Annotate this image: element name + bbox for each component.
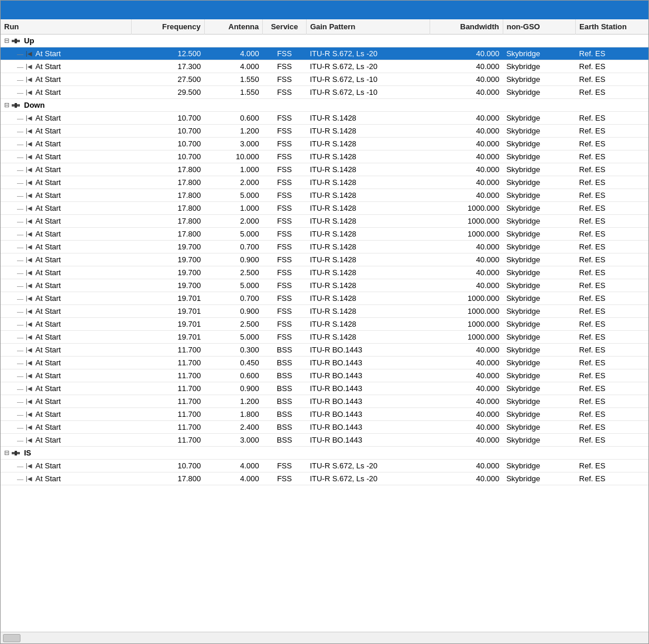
non-gso-cell: Skybridge bbox=[503, 228, 575, 241]
table-row[interactable]: —|◀At Start11.7000.900BSSITU-R BO.144340… bbox=[1, 382, 648, 395]
service-cell: BSS bbox=[263, 344, 307, 357]
table-row[interactable]: —|◀At Start19.7002.500FSSITU-R S.142840.… bbox=[1, 266, 648, 279]
run-cell: ⊟IS bbox=[1, 447, 132, 460]
service-cell: FSS bbox=[263, 176, 307, 189]
non-gso-cell bbox=[503, 99, 575, 112]
service-cell bbox=[263, 99, 307, 112]
table-row[interactable]: —|◀At Start11.7000.300BSSITU-R BO.144340… bbox=[1, 344, 648, 357]
play-icon: |◀ bbox=[26, 153, 32, 160]
run-cell: ⊟Down bbox=[1, 99, 132, 112]
group-row[interactable]: ⊟IS bbox=[1, 447, 648, 460]
col-header-non_gso: non-GSO bbox=[503, 19, 575, 35]
bandwidth-cell: 1000.000 bbox=[430, 305, 503, 318]
service-cell: FSS bbox=[263, 125, 307, 138]
run-schedule-table: RunFrequencyAntennaServiceGain PatternBa… bbox=[1, 19, 648, 485]
table-row[interactable]: —|◀At Start11.7001.800BSSITU-R BO.144340… bbox=[1, 408, 648, 421]
table-row[interactable]: —|◀At Start29.5001.550FSSITU-R S.672, Ls… bbox=[1, 86, 648, 99]
gain-pattern-cell: ITU-R S.1428 bbox=[306, 176, 430, 189]
non-gso-cell: Skybridge bbox=[503, 472, 575, 485]
bandwidth-cell: 40.000 bbox=[430, 125, 503, 138]
table-row[interactable]: —|◀At Start11.7003.000BSSITU-R BO.144340… bbox=[1, 434, 648, 447]
expand-icon[interactable]: ⊟ bbox=[4, 449, 9, 457]
earth-station-cell: Ref. ES bbox=[576, 434, 648, 447]
gain-pattern-cell bbox=[306, 35, 430, 47]
frequency-cell: 27.500 bbox=[132, 73, 204, 86]
earth-station-cell: Ref. ES bbox=[576, 395, 648, 408]
gain-pattern-cell: ITU-R S.672, Ls -20 bbox=[306, 47, 430, 60]
scrollbar-thumb[interactable] bbox=[3, 634, 20, 642]
expand-icon[interactable]: ⊟ bbox=[4, 101, 9, 109]
non-gso-cell: Skybridge bbox=[503, 176, 575, 189]
frequency-cell: 19.701 bbox=[132, 305, 204, 318]
table-row[interactable]: —|◀At Start19.7010.900FSSITU-R S.1428100… bbox=[1, 305, 648, 318]
table-row[interactable]: —|◀At Start19.7000.900FSSITU-R S.142840.… bbox=[1, 254, 648, 266]
table-row[interactable]: —|◀At Start17.8002.000FSSITU-R S.142840.… bbox=[1, 176, 648, 189]
gain-pattern-cell bbox=[306, 447, 430, 460]
table-row[interactable]: —|◀At Start17.8001.000FSSITU-R S.142840.… bbox=[1, 163, 648, 176]
bandwidth-cell: 1000.000 bbox=[430, 202, 503, 215]
non-gso-cell: Skybridge bbox=[503, 73, 575, 86]
table-row[interactable]: —|◀At Start17.8002.000FSSITU-R S.1428100… bbox=[1, 215, 648, 228]
run-cell: —|◀At Start bbox=[1, 189, 132, 202]
table-row[interactable]: —|◀At Start10.7003.000FSSITU-R S.142840.… bbox=[1, 138, 648, 150]
service-cell: BSS bbox=[263, 421, 307, 434]
service-cell: FSS bbox=[263, 254, 307, 266]
earth-station-cell: Ref. ES bbox=[576, 112, 648, 125]
leaf-label: At Start bbox=[36, 410, 61, 419]
table-row[interactable]: —|◀At Start11.7002.400BSSITU-R BO.144340… bbox=[1, 421, 648, 434]
table-row[interactable]: —|◀At Start17.8005.000FSSITU-R S.142840.… bbox=[1, 189, 648, 202]
earth-station-cell: Ref. ES bbox=[576, 292, 648, 305]
tree-line-icon: — bbox=[17, 347, 23, 354]
group-row[interactable]: ⊟Up bbox=[1, 35, 648, 47]
bandwidth-cell: 40.000 bbox=[430, 86, 503, 99]
bandwidth-cell bbox=[430, 99, 503, 112]
gain-pattern-cell: ITU-R S.1428 bbox=[306, 163, 430, 176]
frequency-cell: 11.700 bbox=[132, 395, 204, 408]
antenna-cell: 10.000 bbox=[204, 150, 263, 163]
play-icon: |◀ bbox=[26, 295, 32, 302]
expand-icon[interactable]: ⊟ bbox=[4, 37, 9, 44]
title-bar bbox=[1, 1, 648, 19]
play-icon: |◀ bbox=[26, 115, 32, 121]
service-cell: FSS bbox=[263, 112, 307, 125]
table-row[interactable]: —|◀At Start19.7005.000FSSITU-R S.142840.… bbox=[1, 279, 648, 292]
non-gso-cell bbox=[503, 35, 575, 47]
table-row[interactable]: —|◀At Start19.7015.000FSSITU-R S.1428100… bbox=[1, 331, 648, 344]
table-row[interactable]: —|◀At Start12.5004.000FSSITU-R S.672, Ls… bbox=[1, 47, 648, 60]
earth-station-cell: Ref. ES bbox=[576, 202, 648, 215]
table-row[interactable]: —|◀At Start10.7001.200FSSITU-R S.142840.… bbox=[1, 125, 648, 138]
earth-station-cell: Ref. ES bbox=[576, 472, 648, 485]
table-row[interactable]: —|◀At Start17.8001.000FSSITU-R S.1428100… bbox=[1, 202, 648, 215]
earth-station-cell: Ref. ES bbox=[576, 125, 648, 138]
table-row[interactable]: —|◀At Start10.70010.000FSSITU-R S.142840… bbox=[1, 150, 648, 163]
non-gso-cell: Skybridge bbox=[503, 357, 575, 369]
earth-station-cell: Ref. ES bbox=[576, 344, 648, 357]
table-row[interactable]: —|◀At Start17.3004.000FSSITU-R S.672, Ls… bbox=[1, 60, 648, 73]
table-row[interactable]: —|◀At Start19.7010.700FSSITU-R S.1428100… bbox=[1, 292, 648, 305]
gain-pattern-cell: ITU-R S.1428 bbox=[306, 266, 430, 279]
scrollbar-area[interactable] bbox=[1, 632, 648, 643]
table-row[interactable]: —|◀At Start10.7000.600FSSITU-R S.142840.… bbox=[1, 112, 648, 125]
group-row[interactable]: ⊟Down bbox=[1, 99, 648, 112]
frequency-cell: 17.800 bbox=[132, 472, 204, 485]
bandwidth-cell: 40.000 bbox=[430, 395, 503, 408]
table-row[interactable]: —|◀At Start17.8005.000FSSITU-R S.1428100… bbox=[1, 228, 648, 241]
frequency-cell: 19.700 bbox=[132, 241, 204, 254]
table-row[interactable]: —|◀At Start27.5001.550FSSITU-R S.672, Ls… bbox=[1, 73, 648, 86]
table-row[interactable]: —|◀At Start17.8004.000FSSITU-R S.672, Ls… bbox=[1, 472, 648, 485]
table-row[interactable]: —|◀At Start11.7000.450BSSITU-R BO.144340… bbox=[1, 357, 648, 369]
bandwidth-cell: 40.000 bbox=[430, 60, 503, 73]
table-row[interactable]: —|◀At Start19.7012.500FSSITU-R S.1428100… bbox=[1, 318, 648, 331]
table-row[interactable]: —|◀At Start19.7000.700FSSITU-R S.142840.… bbox=[1, 241, 648, 254]
leaf-label: At Start bbox=[36, 371, 61, 380]
table-row[interactable]: —|◀At Start11.7000.600BSSITU-R BO.144340… bbox=[1, 369, 648, 382]
tree-line-icon: — bbox=[17, 321, 23, 328]
service-cell: FSS bbox=[263, 202, 307, 215]
table-row[interactable]: —|◀At Start10.7004.000FSSITU-R S.672, Ls… bbox=[1, 460, 648, 472]
leaf-label: At Start bbox=[36, 62, 61, 71]
table-header-row: RunFrequencyAntennaServiceGain PatternBa… bbox=[1, 19, 648, 35]
non-gso-cell: Skybridge bbox=[503, 344, 575, 357]
table-row[interactable]: —|◀At Start11.7001.200BSSITU-R BO.144340… bbox=[1, 395, 648, 408]
frequency-cell: 29.500 bbox=[132, 86, 204, 99]
bandwidth-cell: 40.000 bbox=[430, 138, 503, 150]
